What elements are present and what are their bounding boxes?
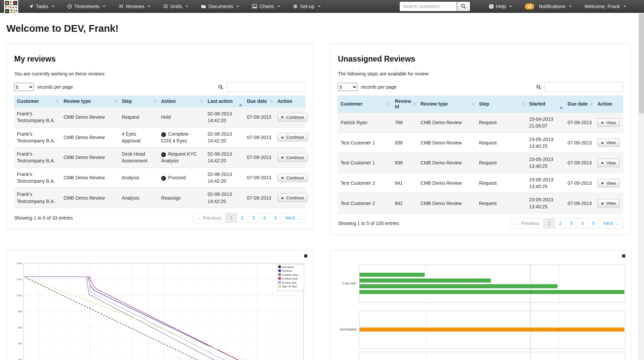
chevron-down-icon — [237, 6, 239, 7]
view-button[interactable]: ▶View — [597, 118, 620, 127]
view-button[interactable]: ▶View — [597, 138, 620, 147]
sort-icon — [472, 102, 474, 106]
view-button[interactable]: ▶View — [597, 179, 620, 187]
column-header-due_date[interactable]: Due date — [244, 95, 275, 107]
close-icon[interactable]: ✖ — [621, 253, 626, 259]
column-header-customer[interactable]: Customer — [338, 95, 392, 113]
check-circle-icon: ✓ — [161, 132, 166, 137]
help-menu[interactable]: i Help — [482, 0, 519, 13]
view-button[interactable]: ▶View — [597, 199, 620, 207]
cell-step: Analysis — [119, 188, 158, 208]
pagination-page-1[interactable]: 1 — [225, 213, 237, 223]
continue-button[interactable]: ▶Continue — [277, 133, 308, 141]
cell-due_date: 07-09-2013 — [565, 193, 595, 213]
pagination-page-4[interactable]: 4 — [577, 218, 588, 228]
nav-item-charts[interactable]: Charts — [246, 0, 287, 13]
nav-item-label: Set-up — [300, 4, 315, 9]
pagination-next[interactable]: Next → — [599, 218, 623, 228]
continue-button[interactable]: ▶Continue — [277, 113, 308, 121]
pagination-previous[interactable]: ← Previous — [511, 218, 544, 228]
nav-item-set-up[interactable]: Set-up — [287, 0, 327, 13]
user-menu[interactable]: Welcome, Frank — [578, 0, 633, 13]
pagination-page-5[interactable]: 5 — [270, 213, 281, 223]
table-filter-input[interactable] — [544, 82, 623, 92]
notifications-label: Notifications — [539, 4, 566, 9]
pagination-page-3[interactable]: 3 — [566, 218, 577, 228]
records-per-page-label: records per page — [37, 84, 73, 90]
nav-item-grids[interactable]: Grids — [157, 0, 195, 13]
cell-step: 4 Eyes Approval — [119, 127, 158, 148]
column-header-action[interactable]: Action — [158, 95, 205, 107]
column-header-customer[interactable]: Customer — [14, 95, 61, 107]
chevron-down-icon — [569, 6, 572, 7]
column-header-started[interactable]: Started — [526, 95, 565, 113]
list-icon — [163, 4, 168, 8]
cell-review_type: CMB Demo Review — [61, 167, 119, 188]
close-icon[interactable]: ✖ — [303, 253, 308, 259]
nav-item-label: Tasks — [36, 4, 48, 9]
cell-step: Request — [476, 113, 526, 133]
pagination-previous[interactable]: ← Previous — [193, 213, 226, 223]
scrollbar-thumb[interactable] — [639, 14, 644, 113]
pagination-next[interactable]: Next → — [281, 213, 305, 223]
risk-group-label: Low risk — [332, 281, 356, 285]
column-header-last_action[interactable]: Last action — [205, 95, 244, 107]
nav-item-documents[interactable]: Documents — [195, 0, 246, 13]
continue-button[interactable]: ▶Continue — [277, 153, 308, 162]
cell-review_type: CMB Demo Review — [418, 193, 476, 213]
nav-item-reviews[interactable]: Reviews — [112, 0, 157, 13]
unassigned-reviews-table: CustomerReview IdReview typeStepStartedD… — [338, 95, 623, 213]
pagination-page-2[interactable]: 2 — [237, 213, 248, 223]
records-per-page-select[interactable]: 5 — [14, 83, 34, 91]
view-button[interactable]: ▶View — [597, 159, 620, 167]
cell-due_date: 07-09-2013 — [565, 173, 595, 193]
pagination-page-3[interactable]: 3 — [248, 213, 259, 223]
cell-action: ✓ Proceed — [158, 167, 205, 188]
column-header-review_type[interactable]: Review type — [61, 95, 119, 107]
table-row: Frank's Testcompany B.A.CMB Demo Review4… — [14, 127, 305, 148]
search-input[interactable] — [399, 1, 457, 12]
cell-step: Desk Head Assessment — [119, 148, 158, 168]
picture-icon — [252, 4, 257, 8]
cell-button: ▶Continue — [275, 107, 305, 128]
top-navbar: TasksTimesheetsReviewsGridsDocumentsChar… — [0, 0, 644, 13]
column-header-review_type[interactable]: Review type — [418, 95, 476, 113]
risk-bar — [360, 273, 425, 277]
search-button[interactable] — [457, 1, 470, 12]
help-label: Help — [496, 4, 506, 9]
vertical-scrollbar[interactable] — [638, 13, 644, 360]
column-header-review_id[interactable]: Review Id — [392, 95, 418, 113]
cell-review_id: 939 — [392, 153, 418, 173]
risk-group-label: Increased — [332, 327, 356, 331]
cell-review_type: CMB Demo Review — [418, 173, 476, 193]
cell-started: 23-05-201313:40:25 — [526, 133, 565, 153]
risk-group-plot — [359, 352, 625, 360]
records-per-page-select[interactable]: 5 — [338, 83, 357, 91]
pagination-page-4[interactable]: 4 — [259, 213, 270, 223]
cell-customer: Test Customer 2 — [338, 193, 392, 213]
pagination-page-2[interactable]: 2 — [554, 218, 566, 228]
column-label: Action — [597, 101, 612, 107]
column-header-step[interactable]: Step — [119, 95, 158, 107]
page-title: Welcome to DEV, Frank! — [0, 23, 644, 34]
nav-item-tasks[interactable]: Tasks — [22, 0, 61, 13]
notifications-menu[interactable]: 12 Notifications — [518, 0, 578, 13]
cell-action: ✓ Request KYC Analysis — [158, 148, 205, 168]
cell-review_id: 941 — [392, 173, 418, 193]
column-label: Action — [277, 98, 292, 104]
gridline — [559, 265, 559, 302]
cell-action: ✓ Complete - COS 4 Eyes — [158, 127, 205, 148]
cell-action: Hold — [158, 107, 205, 128]
play-icon: ▶ — [601, 202, 604, 205]
svg-text:800: 800 — [18, 310, 23, 313]
brand-logo-qr[interactable] — [4, 0, 18, 14]
column-header-due_date[interactable]: Due date — [565, 95, 595, 113]
pagination-page-1[interactable]: 1 — [543, 218, 555, 228]
column-header-step[interactable]: Step — [476, 95, 526, 113]
table-filter-input[interactable] — [226, 82, 305, 92]
continue-button[interactable]: ▶Continue — [277, 174, 308, 182]
cell-customer: Frank's Testcompany B.A. — [14, 167, 61, 188]
pagination-page-5[interactable]: 5 — [588, 218, 599, 228]
continue-button[interactable]: ▶Continue — [277, 194, 308, 202]
nav-item-timesheets[interactable]: Timesheets — [61, 0, 112, 13]
